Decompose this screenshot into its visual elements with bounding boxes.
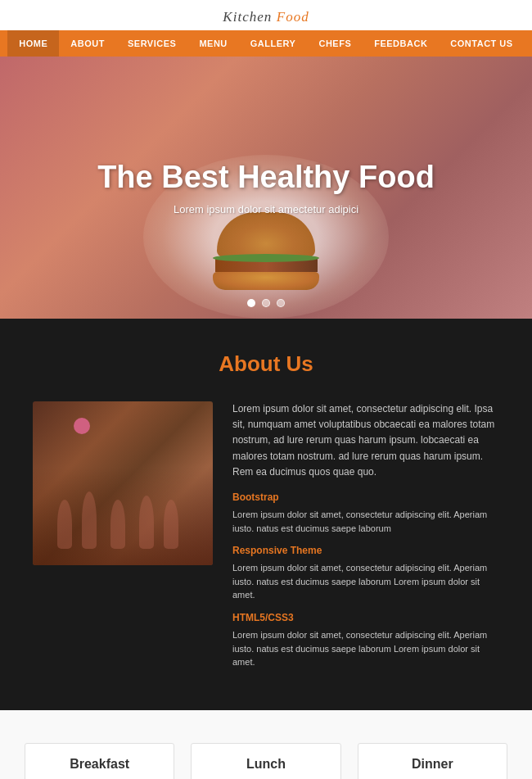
service-card-lunch: Lunch Lorem ipsum dolor sit amet, consec… (191, 743, 340, 780)
nav-menu[interactable]: MENU (187, 30, 238, 57)
flower-decoration (74, 418, 90, 434)
hero-section: The Best Healthy Food Lorem ipsum dolor … (0, 57, 532, 319)
feature-html5-title: HTML5/CSS3 (232, 610, 499, 626)
main-nav: HOME ABOUT SERVICES MENU GALLERY CHEFS F… (0, 30, 532, 57)
service-card-dinner: Dinner Lorem ipsum dolor sit amet, conse… (358, 743, 507, 780)
feature-bootstrap: Bootstrap Lorem ipsum dolor sit amet, co… (232, 490, 499, 535)
wine-glass-4 (139, 496, 154, 549)
slider-dot-1[interactable] (247, 299, 255, 307)
feature-html5-desc: Lorem ipsum dolor sit amet, consectetur … (232, 628, 499, 669)
bun-bottom (213, 272, 319, 290)
about-title: About Us (33, 351, 499, 377)
about-content: Lorem ipsum dolor sit amet, consectetur … (33, 401, 499, 677)
service-lunch-title: Lunch (192, 744, 340, 778)
nav-home[interactable]: HOME (7, 30, 59, 57)
about-text: Lorem ipsum dolor sit amet, consectetur … (232, 401, 499, 677)
service-breakfast-title: Breakfast (25, 744, 174, 778)
lettuce (213, 254, 319, 262)
feature-responsive: Responsive Theme Lorem ipsum dolor sit a… (232, 543, 499, 602)
feature-bootstrap-desc: Lorem ipsum dolor sit amet, consectetur … (232, 508, 499, 535)
feature-html5: HTML5/CSS3 Lorem ipsum dolor sit amet, c… (232, 610, 499, 669)
hero-content: The Best Healthy Food Lorem ipsum dolor … (81, 143, 451, 232)
burger-filling (215, 257, 318, 272)
wine-glass-3 (110, 500, 125, 549)
about-intro: Lorem ipsum dolor sit amet, consectetur … (232, 401, 499, 480)
service-card-breakfast: Breakfast Lorem ipsum dolor sit amet, co… (25, 743, 174, 780)
nav-gallery[interactable]: GALLERY (239, 30, 308, 57)
feature-responsive-desc: Lorem ipsum dolor sit amet, consectetur … (232, 561, 499, 602)
site-header: Kitchen Food (0, 0, 532, 30)
services-grid: Breakfast Lorem ipsum dolor sit amet, co… (25, 743, 507, 780)
slider-dots (247, 299, 285, 307)
service-dinner-title: Dinner (358, 744, 507, 778)
feature-bootstrap-title: Bootstrap (232, 490, 499, 505)
nav-about[interactable]: ABOUT (59, 30, 116, 57)
nav-feedback[interactable]: FEEDBACK (363, 30, 439, 57)
nav-chefs[interactable]: CHEFS (307, 30, 363, 57)
wine-glass-5 (164, 500, 178, 549)
wine-glass-2 (82, 491, 97, 549)
feature-responsive-title: Responsive Theme (232, 543, 499, 559)
about-section: About Us Lorem ipsum dolor sit amet, con… (0, 319, 532, 710)
nav-services[interactable]: SERVICES (116, 30, 187, 57)
hero-title: The Best Healthy Food (97, 160, 435, 195)
slider-dot-3[interactable] (277, 299, 285, 307)
logo: Kitchen Food (0, 8, 532, 25)
wine-glass-1 (57, 500, 72, 549)
hero-subtitle: Lorem ipsum dolor sit amectetur adipici (97, 203, 435, 215)
logo-text: Kitchen Food (223, 8, 309, 25)
about-image (33, 401, 213, 565)
services-section: Breakfast Lorem ipsum dolor sit amet, co… (0, 710, 532, 780)
slider-dot-2[interactable] (262, 299, 270, 307)
nav-contact[interactable]: CONTACT US (439, 30, 524, 57)
